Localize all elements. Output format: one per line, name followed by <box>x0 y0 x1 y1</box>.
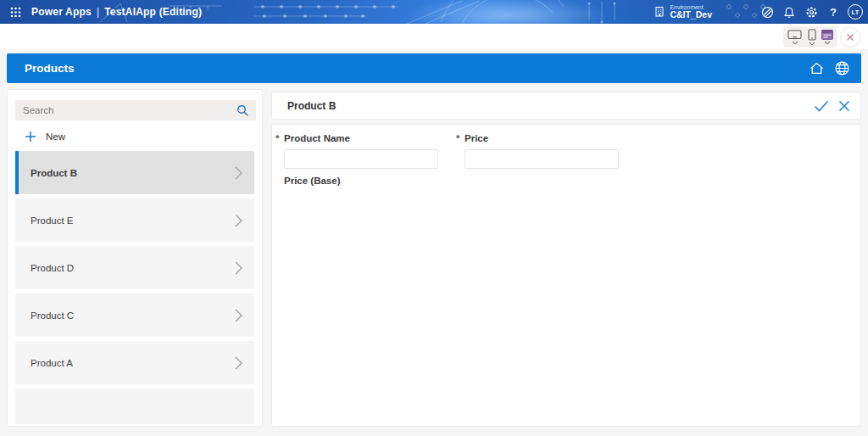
app-header-bar: Products <box>7 53 861 83</box>
list-item-label: Product A <box>31 358 73 368</box>
list-item-label: Product C <box>31 310 74 321</box>
chevron-right-icon <box>235 166 242 180</box>
chevron-down-icon <box>792 41 798 45</box>
price-input[interactable] <box>465 149 619 169</box>
search-icon[interactable] <box>236 104 249 117</box>
new-label: New <box>46 131 65 142</box>
search-box[interactable] <box>15 100 256 120</box>
product-name-label: Product Name <box>284 131 350 145</box>
close-icon <box>846 33 854 42</box>
product-name-input[interactable] <box>284 149 438 169</box>
app-launcher-waffle-icon[interactable] <box>8 4 23 20</box>
settings-gear-icon[interactable] <box>800 0 822 24</box>
home-icon[interactable] <box>809 61 825 75</box>
preview-toolbar-strip <box>0 24 868 49</box>
list-item-product-d[interactable]: Product D <box>15 246 254 289</box>
notifications-bell-icon[interactable] <box>778 0 800 24</box>
account-avatar[interactable]: LT <box>848 4 863 20</box>
product-list: Product B Product E Product D Product C … <box>15 151 254 424</box>
preview-device-selector <box>783 26 837 48</box>
product-name-label-row: * Product Name <box>275 131 438 145</box>
list-item-product-c[interactable]: Product C <box>15 293 254 337</box>
product-list-panel: New Product B Product E Product D Produc… <box>7 89 263 427</box>
product-name-field: * Product Name <box>275 131 438 169</box>
app-name-label: TestAIApp (Editing) <box>104 6 202 18</box>
window-title: Power Apps|TestAIApp (Editing) <box>31 6 202 18</box>
chevron-right-icon <box>235 309 242 322</box>
topbar-right-cluster: Environment C&IT_Dev ? LT <box>654 0 868 24</box>
price-base-label: Price (Base) <box>284 176 340 186</box>
list-item-product-e[interactable]: Product E <box>15 198 254 242</box>
screen-title: Products <box>25 62 75 75</box>
new-record-button[interactable]: New <box>15 126 65 148</box>
chevron-down-icon <box>809 42 815 46</box>
list-item-label: Product B <box>31 168 77 178</box>
topbar-left-cluster: Power Apps|TestAIApp (Editing) <box>0 0 202 24</box>
list-item-label: Product E <box>31 215 74 226</box>
powerapps-top-bar: Power Apps|TestAIApp (Editing) Environme… <box>0 0 868 24</box>
chevron-right-icon <box>235 356 242 370</box>
required-asterisk: * <box>456 131 465 145</box>
list-item-product-b[interactable]: Product B <box>15 151 254 194</box>
app-header-icons <box>809 60 850 76</box>
close-preview-button[interactable] <box>840 27 860 48</box>
detail-header: Product B <box>271 92 861 120</box>
search-input[interactable] <box>15 100 236 120</box>
required-asterisk: * <box>275 131 284 145</box>
detail-title: Product B <box>287 100 336 112</box>
globe-icon[interactable] <box>834 60 850 76</box>
environment-picker[interactable]: Environment C&IT_Dev <box>654 4 712 20</box>
powerapps-brand-label[interactable]: Power Apps <box>31 6 92 18</box>
whats-new-icon[interactable] <box>756 0 778 24</box>
chevron-right-icon <box>235 261 242 275</box>
environment-name: C&IT_Dev <box>670 10 712 20</box>
save-check-icon[interactable] <box>810 94 832 117</box>
tablet-preview-button[interactable] <box>787 29 803 46</box>
detail-form-panel: * Product Name * Price Price (Base) <box>271 124 861 427</box>
help-button[interactable]: ? <box>822 0 844 24</box>
price-field: * Price <box>456 131 619 169</box>
environment-text: Environment C&IT_Dev <box>670 4 712 20</box>
plus-icon <box>25 131 36 143</box>
phone-preview-button[interactable] <box>807 28 817 47</box>
close-icon <box>838 100 850 112</box>
list-item-product-a[interactable]: Product A <box>15 341 254 384</box>
detail-header-actions <box>810 94 855 117</box>
cancel-x-icon[interactable] <box>832 94 855 117</box>
chevron-down-icon <box>824 41 831 45</box>
price-label: Price <box>465 131 488 145</box>
browser-preview-button[interactable] <box>821 29 834 46</box>
list-item-label: Product D <box>31 263 74 273</box>
list-item-empty[interactable] <box>15 388 254 424</box>
price-label-row: * Price <box>456 131 619 145</box>
title-divider: | <box>97 6 99 18</box>
chevron-right-icon <box>235 214 242 227</box>
environment-building-icon <box>654 6 665 17</box>
